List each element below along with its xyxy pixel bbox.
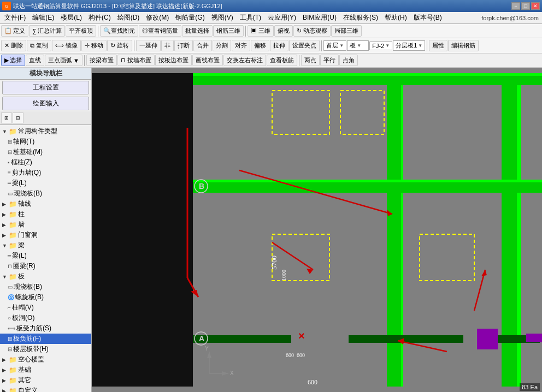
sum-calculate-button[interactable]: ∑ 汇总计算 (29, 25, 65, 37)
tree-other[interactable]: ▶ 📁 其它 (0, 375, 91, 385)
define-button[interactable]: 📋 定义 (1, 25, 28, 37)
extend-button[interactable]: 一延伸 (136, 40, 161, 51)
3d-button[interactable]: ▣ 三维 (248, 25, 274, 37)
align-button[interactable]: 对齐 (232, 40, 250, 51)
property-button[interactable]: 属性 (429, 40, 447, 51)
window-controls[interactable]: − □ ✕ (511, 2, 540, 10)
menu-online[interactable]: 在线服务(S) (340, 12, 381, 23)
menu-file[interactable]: 文件(F) (1, 12, 29, 23)
beam-icon: ━ (8, 180, 11, 186)
top-view-button[interactable]: 俯视 (274, 25, 293, 37)
svg-text:5700: 5700 (270, 256, 278, 270)
tree-postcap[interactable]: ⌐ 柱帽(V) (0, 302, 91, 313)
cursor-icon: ▶ (4, 57, 9, 64)
menu-help[interactable]: 帮助(H) (381, 12, 410, 23)
find-element-button[interactable]: 🔍查找图元 (100, 25, 138, 37)
point-angle-button[interactable]: 点角 (339, 55, 358, 66)
sublayer-dropdown[interactable]: 分层板1 ▼ (393, 40, 425, 51)
two-point-button[interactable]: 两点 (301, 55, 320, 66)
level-top-button[interactable]: 平齐板顶 (66, 25, 96, 37)
by-beam-button[interactable]: 按梁布置 (86, 55, 117, 66)
menu-edit[interactable]: 编辑(E) (29, 12, 57, 23)
tree-floorband[interactable]: ⊟ 楼层板带(H) (0, 344, 91, 354)
menu-rebar-qty[interactable]: 钢筋量(G) (172, 12, 208, 23)
by-wall-button[interactable]: ⊓ 按墙布置 (117, 55, 155, 66)
by-slab-edge-button[interactable]: 按板边布置 (155, 55, 192, 66)
tree-castslab[interactable]: ▭ 现浇板(B) (0, 188, 91, 199)
swap-annotation-button[interactable]: 交换左右标注 (223, 55, 266, 66)
tree-beam[interactable]: ━ 梁(L) (0, 178, 91, 188)
tree-grid[interactable]: ⊞ 轴网(T) (0, 136, 91, 147)
tree-foundation[interactable]: ▶ 📁 基础 (0, 365, 91, 375)
menu-draw[interactable]: 绘图(D) (114, 12, 143, 23)
break-button[interactable]: 打断 (174, 40, 193, 51)
svg-marker-35 (191, 290, 198, 297)
line-button[interactable]: 直线 (26, 55, 44, 66)
tree-hollowcap[interactable]: ▶ 📁 空心楼盖 (0, 354, 91, 365)
select-button[interactable]: ▶ 选择 (1, 55, 25, 66)
arc-button[interactable]: 三点画弧 ▼ (45, 55, 83, 66)
menu-modify[interactable]: 修改(M) (143, 12, 172, 23)
canvas-area[interactable]: × 5700 600 600 1000 600 B A (92, 68, 542, 392)
menu-floor[interactable]: 楼层(L) (57, 12, 85, 23)
project-settings-button[interactable]: 工程设置 (2, 81, 89, 94)
minimize-button[interactable]: − (511, 2, 520, 10)
maximize-button[interactable]: □ (521, 2, 530, 10)
view-slab-rebar-button[interactable]: 查看板筋 (267, 55, 297, 66)
layer-dropdown[interactable]: 板 ▼ (347, 40, 369, 51)
tree-column[interactable]: ▪ 框柱(Z) (0, 157, 91, 168)
dynamic-observe-button[interactable]: ↻ 动态观察 (293, 25, 331, 37)
set-grip-button[interactable]: 设置夹点 (289, 40, 320, 51)
tree-beam-l[interactable]: ━ 梁(L) (0, 251, 91, 261)
tree-slabrebar[interactable]: ⊞ 板负筋(F) (0, 334, 91, 344)
offset-button[interactable]: 偏移 (251, 40, 269, 51)
stretch-button[interactable]: 拉伸 (270, 40, 288, 51)
menu-cloud[interactable]: 云应用(Y) (264, 12, 299, 23)
menu-tools[interactable]: 工具(T) (237, 12, 264, 23)
batch-select-button[interactable]: 批量选择 (182, 25, 213, 37)
menu-version[interactable]: 版本号(B) (410, 12, 445, 23)
tree-spiralslab[interactable]: 🌀 螺旋板(B) (0, 292, 91, 302)
menu-component[interactable]: 构件(C) (85, 12, 114, 23)
floor-dropdown[interactable]: 首层 ▼ (323, 40, 346, 51)
expand-icon9: ▶ (2, 367, 8, 373)
merge-button[interactable]: 合并 (193, 40, 212, 51)
draw-input-button[interactable]: 绘图输入 (2, 97, 89, 110)
tree-slabhole[interactable]: ○ 板洞(O) (0, 313, 91, 323)
tree-wall[interactable]: ▶ 📁 墙 (0, 219, 91, 230)
tree-axis[interactable]: ▶ 📁 轴线 (0, 199, 91, 209)
tree-column2[interactable]: ▶ 📁 柱 (0, 209, 91, 219)
not-button[interactable]: 非 (161, 40, 174, 51)
copy-button[interactable]: ⧉ 复制 (27, 40, 51, 51)
edit-rebar-button[interactable]: 编辑钢筋 (448, 40, 479, 51)
tree-slabforce[interactable]: ⟺ 板受力筋(S) (0, 323, 91, 334)
mirror-button[interactable]: ⟺ 镜像 (52, 40, 81, 51)
sidebar-icon-2[interactable]: ⊟ (13, 112, 23, 123)
split-button[interactable]: 分割 (213, 40, 231, 51)
tree-pile-foundation[interactable]: ⊟ 桩基础(M) (0, 147, 91, 157)
close-button[interactable]: ✕ (531, 2, 540, 10)
rebar-3d-button[interactable]: 钢筋三维 (213, 25, 244, 37)
tree-doorwindow[interactable]: ▶ 📁 门窗洞 (0, 230, 91, 240)
tree-common-types[interactable]: ▼ 📁 常用构件类型 (0, 126, 91, 136)
tree-castslab2[interactable]: ▭ 现浇板(B) (0, 282, 91, 292)
menu-bar: 文件(F) 编辑(E) 楼层(L) 构件(C) 绘图(D) 修改(M) 钢筋量(… (0, 12, 542, 24)
view-rebar-qty-button[interactable]: ◎查看钢筋量 (139, 25, 181, 37)
parallel-button[interactable]: 平行 (320, 55, 339, 66)
local-3d-button[interactable]: 局部三维 (331, 25, 362, 37)
tree-custom[interactable]: ▶ 📁 自定义 (0, 385, 91, 392)
tree-rimbeam[interactable]: ⊓ 圈梁(R) (0, 261, 91, 271)
menu-bim[interactable]: BIM应用(U) (299, 12, 340, 23)
tree-beam2[interactable]: ▼ 📁 梁 (0, 240, 91, 251)
component-dropdown[interactable]: FJ-2 ▼ (369, 41, 392, 50)
svg-text:X: X (230, 370, 234, 376)
delete-button[interactable]: ✕ 删除 (1, 40, 26, 51)
menu-view[interactable]: 视图(V) (208, 12, 237, 23)
grid-icon: ⊞ (8, 139, 12, 145)
rotate-button[interactable]: ↻ 旋转 (107, 40, 132, 51)
tree-shearwall[interactable]: ≡ 剪力墙(Q) (0, 168, 91, 178)
tree-slab[interactable]: ▼ 📁 板 (0, 271, 91, 282)
move-button[interactable]: ✛ 移动 (81, 40, 107, 51)
sidebar-icon-1[interactable]: ⊞ (1, 112, 12, 123)
by-line-button[interactable]: 画线布置 (192, 55, 223, 66)
